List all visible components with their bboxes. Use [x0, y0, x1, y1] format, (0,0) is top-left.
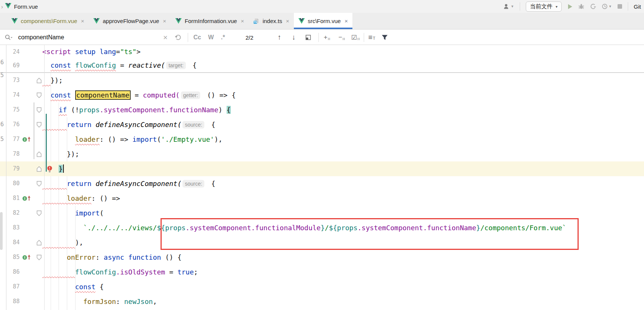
code-text[interactable]: const componentName = computed(getter: (… — [42, 88, 236, 103]
code-text[interactable]: return defineAsyncComponent(source: { — [42, 117, 215, 132]
stop-button[interactable] — [618, 4, 622, 9]
previous-occurrence-button[interactable]: ↑ — [278, 33, 281, 42]
fold-up-icon[interactable] — [37, 78, 42, 83]
line-number[interactable]: 74 — [0, 88, 20, 102]
tab-approveflowpage.vue[interactable]: approveFlowPage.vue× — [89, 13, 171, 29]
code-text[interactable]: loader: () => import('./Empty.vue'), — [42, 132, 222, 147]
code-line-78[interactable]: 78 }); — [0, 147, 644, 161]
run-with-coverage-button[interactable]: ▼ — [602, 3, 612, 9]
code-text[interactable]: ), — [42, 235, 83, 250]
code-line-88[interactable]: 88 formJson: newJson, — [0, 294, 644, 309]
search-icon[interactable] — [5, 34, 13, 41]
code-text[interactable]: if (!props.systemComponent.functionName)… — [42, 102, 231, 117]
chevron-down-icon: ▾ — [556, 5, 558, 9]
code-line-75[interactable]: 75 if (!props.systemComponent.functionNa… — [0, 102, 644, 117]
fold-up-icon[interactable] — [37, 166, 42, 172]
fold-down-icon[interactable] — [37, 181, 42, 186]
title-bar: › Form.vue ▼ 当前文件 ▾ — [0, 0, 644, 13]
line-number[interactable]: 88 — [0, 294, 20, 309]
line-number[interactable]: 79 — [0, 161, 20, 176]
code-text[interactable]: }); — [42, 147, 79, 161]
fold-down-icon[interactable] — [37, 92, 42, 98]
tab-close-icon[interactable]: × — [163, 18, 166, 24]
user-account-button[interactable]: ▼ — [503, 3, 514, 9]
inline-parameter-hint: getter: — [181, 91, 201, 99]
run-configuration-dropdown[interactable]: 当前文件 ▾ — [526, 2, 562, 12]
vue-file-icon — [93, 18, 100, 24]
git-menu[interactable]: Git — [634, 3, 641, 10]
fold-down-icon[interactable] — [37, 122, 42, 127]
fold-up-icon[interactable] — [37, 151, 42, 157]
code-line-74[interactable]: 74 const componentName = computed(getter… — [0, 88, 644, 102]
code-line-76[interactable]: 76 return defineAsyncComponent(source: { — [0, 117, 644, 132]
code-text[interactable]: return defineAsyncComponent(source: { — [42, 176, 215, 191]
profiler-icon — [590, 3, 596, 9]
line-number[interactable]: 80 — [0, 176, 20, 191]
code-editor[interactable]: 24<script setup lang="ts">69 const flowC… — [0, 45, 644, 310]
fold-down-icon[interactable] — [37, 254, 42, 260]
profile-button[interactable] — [590, 3, 596, 9]
code-line-85[interactable]: 85I onError: async function () { — [0, 250, 644, 265]
code-text[interactable]: formJson: newJson, — [42, 294, 157, 309]
filter-lines-button[interactable]: ≡T — [368, 33, 376, 42]
tab-close-icon[interactable]: × — [344, 18, 348, 24]
run-button[interactable] — [567, 4, 573, 9]
fold-up-icon[interactable] — [37, 240, 42, 245]
line-number[interactable]: 83 — [0, 220, 20, 235]
fold-down-icon[interactable] — [37, 210, 42, 216]
implementation-marker-icon[interactable]: I — [22, 254, 32, 260]
line-number[interactable]: 86 — [0, 265, 20, 279]
search-history-icon[interactable] — [175, 34, 181, 40]
code-text[interactable]: import( — [42, 206, 104, 220]
line-number[interactable]: 87 — [0, 279, 20, 294]
line-number[interactable]: 24 — [0, 45, 20, 59]
find-all-button[interactable] — [305, 34, 311, 40]
clear-search-icon[interactable]: × — [163, 33, 168, 42]
code-line-77[interactable]: 77I loader: () => import('./Empty.vue'), — [0, 132, 644, 147]
code-line-79[interactable]: 79! } — [0, 161, 644, 176]
fold-down-icon[interactable] — [37, 107, 42, 113]
svg-text:I: I — [24, 256, 26, 259]
code-line-81[interactable]: 81I loader: () => — [0, 191, 644, 206]
debug-button[interactable] — [578, 3, 584, 9]
next-occurrence-button[interactable]: ↓ — [292, 33, 296, 42]
code-text[interactable]: }); — [42, 73, 63, 88]
code-line-73[interactable]: 73 }); — [0, 73, 644, 88]
whole-words-toggle[interactable]: W — [208, 34, 214, 41]
match-case-toggle[interactable]: Cc — [193, 34, 201, 41]
remove-selection-button[interactable]: −II — [338, 34, 345, 41]
tab-components-form.vue[interactable]: components\Form.vue× — [7, 13, 89, 29]
line-number[interactable]: 85 — [0, 250, 20, 265]
tab-close-icon[interactable]: × — [286, 18, 289, 24]
code-text[interactable]: const flowConfig = reactive(target: { — [42, 59, 197, 72]
implementation-marker-icon[interactable]: I — [22, 136, 32, 143]
code-text[interactable]: onError: async function () { — [42, 250, 182, 265]
regex-toggle[interactable]: .* — [221, 34, 225, 41]
tab-forminformation.vue[interactable]: FormInformation.vue× — [171, 13, 249, 29]
tab-close-icon[interactable]: × — [81, 18, 84, 24]
tab-index.ts[interactable]: TSindex.ts× — [249, 13, 293, 29]
line-number[interactable]: 84 — [0, 235, 20, 250]
filter-search-button[interactable] — [381, 34, 388, 40]
inline-parameter-hint: source: — [182, 121, 204, 129]
code-line-80[interactable]: 80 return defineAsyncComponent(source: { — [0, 176, 644, 191]
code-text[interactable]: <script setup lang="ts"> — [42, 45, 141, 59]
tab-src-form.vue[interactable]: src\Form.vue× — [294, 13, 352, 29]
line-number[interactable]: 75 — [0, 102, 20, 117]
code-text[interactable]: loader: () => — [42, 191, 120, 206]
code-line-69[interactable]: 69 const flowConfig = reactive(target: { — [0, 59, 644, 72]
code-line-87[interactable]: 87 const { — [0, 279, 644, 294]
line-number[interactable]: 81 — [0, 191, 20, 206]
line-number[interactable]: 78 — [0, 147, 20, 161]
line-number[interactable]: 82 — [0, 206, 20, 220]
implementation-marker-icon[interactable]: I — [22, 195, 32, 202]
toolbar-separator — [520, 2, 520, 11]
code-text[interactable]: flowConfig.isOldSystem = true; — [42, 265, 198, 279]
search-input[interactable] — [17, 34, 155, 41]
add-selection-button[interactable]: +II — [324, 34, 330, 41]
code-text[interactable]: const { — [42, 279, 104, 294]
tab-close-icon[interactable]: × — [241, 18, 244, 24]
select-all-occurrences-button[interactable]: ☑II — [351, 33, 360, 41]
code-line-86[interactable]: 86 flowConfig.isOldSystem = true; — [0, 265, 644, 279]
code-line-24[interactable]: 24<script setup lang="ts"> — [0, 45, 644, 59]
